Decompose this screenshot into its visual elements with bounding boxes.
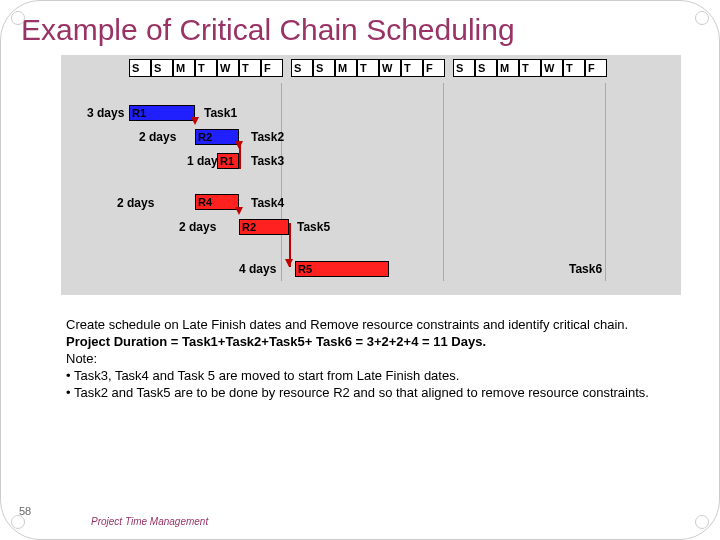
day-cell: M <box>173 59 195 77</box>
duration-label: 2 days <box>117 196 154 210</box>
day-cell: W <box>217 59 239 77</box>
note-line: Project Duration = Task1+Task2+Task5+ Ta… <box>66 334 699 351</box>
notes-block: Create schedule on Late Finish dates and… <box>66 317 699 401</box>
page-title: Example of Critical Chain Scheduling <box>21 13 699 47</box>
task-bar: R5 <box>295 261 389 277</box>
day-cell: T <box>357 59 379 77</box>
task-row: 2 days R4 Task4 <box>69 191 673 215</box>
task-bar: R1 <box>129 105 195 121</box>
footer-text: Project Time Management <box>91 516 208 527</box>
task-row: 1 day R1 Task3 <box>69 149 673 173</box>
duration-label: 2 days <box>139 130 176 144</box>
note-line: Note: <box>66 351 699 368</box>
day-cell: S <box>453 59 475 77</box>
task-name: Task3 <box>251 154 284 168</box>
task-name: Task2 <box>251 130 284 144</box>
day-cell: F <box>423 59 445 77</box>
day-cell: M <box>335 59 357 77</box>
note-line: • Task2 and Task5 are to be done by reso… <box>66 385 699 402</box>
day-cell: M <box>497 59 519 77</box>
task-name: Task6 <box>569 262 602 276</box>
day-cell: T <box>519 59 541 77</box>
day-cell: T <box>195 59 217 77</box>
day-cell: W <box>541 59 563 77</box>
dependency-line <box>239 143 241 169</box>
task-name: Task5 <box>297 220 330 234</box>
duration-label: 2 days <box>179 220 216 234</box>
task-name: Task1 <box>204 106 237 120</box>
task-row: 3 days R1 Task1 <box>69 101 673 125</box>
arrow-icon <box>191 117 199 125</box>
note-line: Create schedule on Late Finish dates and… <box>66 317 699 334</box>
day-cell: S <box>129 59 151 77</box>
day-cell: S <box>151 59 173 77</box>
task-row: 2 days R2 Task2 <box>69 125 673 149</box>
day-cell: W <box>379 59 401 77</box>
task-name: Task4 <box>251 196 284 210</box>
day-cell: S <box>475 59 497 77</box>
note-line: • Task3, Task4 and Task 5 are moved to s… <box>66 368 699 385</box>
day-cell: S <box>313 59 335 77</box>
day-cell: F <box>585 59 607 77</box>
day-header: S S M T W T F S S M T W T F S S M T W T … <box>129 59 673 77</box>
day-cell: S <box>291 59 313 77</box>
task-row: 4 days R5 Task6 <box>69 257 673 281</box>
task-bar: R4 <box>195 194 239 210</box>
arrow-icon <box>235 207 243 215</box>
gantt-chart: S S M T W T F S S M T W T F S S M T W T … <box>61 55 681 295</box>
task-bar: R2 <box>195 129 239 145</box>
day-cell: T <box>563 59 585 77</box>
task-row: 2 days R2 Task5 <box>69 215 673 239</box>
duration-label: 4 days <box>239 262 276 276</box>
day-cell: T <box>401 59 423 77</box>
day-cell: T <box>239 59 261 77</box>
page-number: 58 <box>19 505 31 517</box>
duration-label: 1 day <box>187 154 218 168</box>
duration-label: 3 days <box>87 106 124 120</box>
task-bar: R2 <box>239 219 289 235</box>
task-bar: R1 <box>217 153 239 169</box>
day-cell: F <box>261 59 283 77</box>
